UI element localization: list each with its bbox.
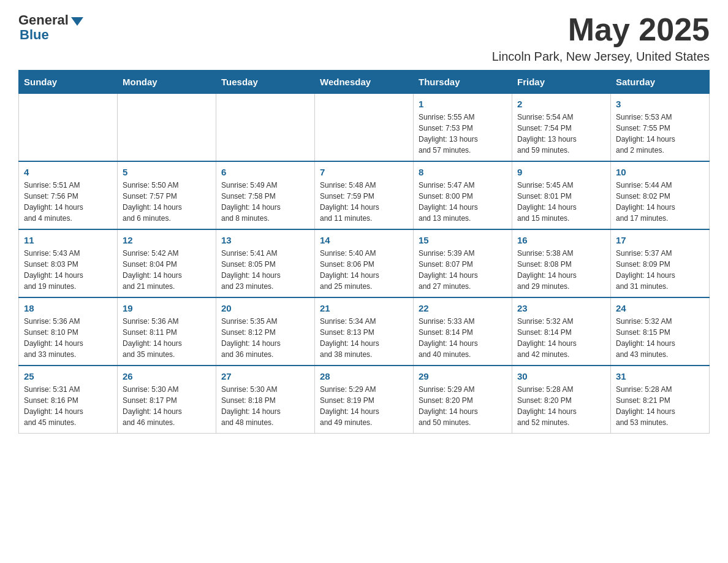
day-number: 27 [221, 371, 309, 381]
calendar-cell: 22Sunrise: 5:33 AM Sunset: 8:14 PM Dayli… [414, 297, 512, 366]
calendar-week-row: 4Sunrise: 5:51 AM Sunset: 7:56 PM Daylig… [19, 161, 710, 229]
day-number: 7 [320, 167, 408, 177]
day-info: Sunrise: 5:45 AM Sunset: 8:01 PM Dayligh… [517, 180, 605, 224]
day-info: Sunrise: 5:34 AM Sunset: 8:13 PM Dayligh… [320, 316, 408, 360]
day-number: 23 [517, 303, 605, 313]
day-number: 4 [24, 167, 112, 177]
day-number: 14 [320, 235, 408, 245]
day-number: 18 [24, 303, 112, 313]
day-info: Sunrise: 5:29 AM Sunset: 8:19 PM Dayligh… [320, 384, 408, 428]
day-info: Sunrise: 5:39 AM Sunset: 8:07 PM Dayligh… [419, 248, 507, 292]
calendar-week-row: 18Sunrise: 5:36 AM Sunset: 8:10 PM Dayli… [19, 297, 710, 366]
day-number: 26 [123, 371, 211, 381]
calendar-header-wednesday: Wednesday [315, 71, 414, 94]
day-info: Sunrise: 5:33 AM Sunset: 8:14 PM Dayligh… [419, 316, 507, 360]
logo-arrow-icon [71, 17, 83, 26]
day-info: Sunrise: 5:48 AM Sunset: 7:59 PM Dayligh… [320, 180, 408, 224]
calendar-cell: 11Sunrise: 5:43 AM Sunset: 8:03 PM Dayli… [19, 229, 118, 297]
day-info: Sunrise: 5:53 AM Sunset: 7:55 PM Dayligh… [616, 112, 704, 156]
calendar-cell: 19Sunrise: 5:36 AM Sunset: 8:11 PM Dayli… [118, 297, 216, 366]
day-info: Sunrise: 5:28 AM Sunset: 8:21 PM Dayligh… [616, 384, 704, 428]
day-number: 24 [616, 303, 704, 313]
calendar-cell: 5Sunrise: 5:50 AM Sunset: 7:57 PM Daylig… [118, 161, 216, 229]
calendar-cell: 8Sunrise: 5:47 AM Sunset: 8:00 PM Daylig… [414, 161, 512, 229]
calendar-cell: 9Sunrise: 5:45 AM Sunset: 8:01 PM Daylig… [512, 161, 611, 229]
day-number: 19 [123, 303, 211, 313]
calendar-cell: 14Sunrise: 5:40 AM Sunset: 8:06 PM Dayli… [315, 229, 414, 297]
calendar-week-row: 11Sunrise: 5:43 AM Sunset: 8:03 PM Dayli… [19, 229, 710, 297]
day-info: Sunrise: 5:38 AM Sunset: 8:08 PM Dayligh… [517, 248, 605, 292]
day-info: Sunrise: 5:55 AM Sunset: 7:53 PM Dayligh… [419, 112, 507, 156]
day-number: 22 [419, 303, 507, 313]
day-info: Sunrise: 5:51 AM Sunset: 7:56 PM Dayligh… [24, 180, 112, 224]
day-info: Sunrise: 5:36 AM Sunset: 8:11 PM Dayligh… [123, 316, 211, 360]
day-number: 2 [517, 99, 605, 109]
day-info: Sunrise: 5:43 AM Sunset: 8:03 PM Dayligh… [24, 248, 112, 292]
day-info: Sunrise: 5:31 AM Sunset: 8:16 PM Dayligh… [24, 384, 112, 428]
calendar-cell: 21Sunrise: 5:34 AM Sunset: 8:13 PM Dayli… [315, 297, 414, 366]
day-number: 29 [419, 371, 507, 381]
calendar-cell: 13Sunrise: 5:41 AM Sunset: 8:05 PM Dayli… [216, 229, 315, 297]
calendar-cell: 30Sunrise: 5:28 AM Sunset: 8:20 PM Dayli… [512, 366, 611, 434]
calendar-header-thursday: Thursday [414, 71, 512, 94]
day-number: 15 [419, 235, 507, 245]
calendar-cell: 18Sunrise: 5:36 AM Sunset: 8:10 PM Dayli… [19, 297, 118, 366]
calendar-header-tuesday: Tuesday [216, 71, 315, 94]
day-info: Sunrise: 5:40 AM Sunset: 8:06 PM Dayligh… [320, 248, 408, 292]
day-info: Sunrise: 5:30 AM Sunset: 8:17 PM Dayligh… [123, 384, 211, 428]
day-number: 1 [419, 99, 507, 109]
day-number: 3 [616, 99, 704, 109]
day-info: Sunrise: 5:30 AM Sunset: 8:18 PM Dayligh… [221, 384, 309, 428]
day-number: 16 [517, 235, 605, 245]
calendar-header-friday: Friday [512, 71, 611, 94]
calendar-cell: 26Sunrise: 5:30 AM Sunset: 8:17 PM Dayli… [118, 366, 216, 434]
day-number: 30 [517, 371, 605, 381]
calendar-cell [19, 94, 118, 162]
calendar-cell: 27Sunrise: 5:30 AM Sunset: 8:18 PM Dayli… [216, 366, 315, 434]
day-info: Sunrise: 5:44 AM Sunset: 8:02 PM Dayligh… [616, 180, 704, 224]
calendar-cell: 25Sunrise: 5:31 AM Sunset: 8:16 PM Dayli… [19, 366, 118, 434]
day-info: Sunrise: 5:32 AM Sunset: 8:14 PM Dayligh… [517, 316, 605, 360]
calendar-cell: 4Sunrise: 5:51 AM Sunset: 7:56 PM Daylig… [19, 161, 118, 229]
calendar-table: SundayMondayTuesdayWednesdayThursdayFrid… [18, 70, 710, 434]
calendar-header-saturday: Saturday [611, 71, 710, 94]
calendar-cell: 3Sunrise: 5:53 AM Sunset: 7:55 PM Daylig… [611, 94, 710, 162]
calendar-cell: 16Sunrise: 5:38 AM Sunset: 8:08 PM Dayli… [512, 229, 611, 297]
calendar-cell [315, 94, 414, 162]
day-number: 17 [616, 235, 704, 245]
day-info: Sunrise: 5:35 AM Sunset: 8:12 PM Dayligh… [221, 316, 309, 360]
calendar-header-monday: Monday [118, 71, 216, 94]
title-section: May 2025 Lincoln Park, New Jersey, Unite… [492, 12, 710, 64]
calendar-cell: 10Sunrise: 5:44 AM Sunset: 8:02 PM Dayli… [611, 161, 710, 229]
page-header: General Blue May 2025 Lincoln Park, New … [18, 12, 710, 64]
calendar-header-sunday: Sunday [19, 71, 118, 94]
calendar-week-row: 1Sunrise: 5:55 AM Sunset: 7:53 PM Daylig… [19, 94, 710, 162]
logo-general-text: General [18, 12, 69, 28]
day-info: Sunrise: 5:32 AM Sunset: 8:15 PM Dayligh… [616, 316, 704, 360]
day-number: 9 [517, 167, 605, 177]
calendar-cell: 17Sunrise: 5:37 AM Sunset: 8:09 PM Dayli… [611, 229, 710, 297]
day-info: Sunrise: 5:50 AM Sunset: 7:57 PM Dayligh… [123, 180, 211, 224]
day-number: 21 [320, 303, 408, 313]
day-info: Sunrise: 5:36 AM Sunset: 8:10 PM Dayligh… [24, 316, 112, 360]
day-number: 5 [123, 167, 211, 177]
day-number: 28 [320, 371, 408, 381]
day-number: 12 [123, 235, 211, 245]
calendar-cell: 6Sunrise: 5:49 AM Sunset: 7:58 PM Daylig… [216, 161, 315, 229]
day-info: Sunrise: 5:37 AM Sunset: 8:09 PM Dayligh… [616, 248, 704, 292]
calendar-cell: 1Sunrise: 5:55 AM Sunset: 7:53 PM Daylig… [414, 94, 512, 162]
day-number: 11 [24, 235, 112, 245]
day-number: 20 [221, 303, 309, 313]
day-number: 6 [221, 167, 309, 177]
calendar-cell: 23Sunrise: 5:32 AM Sunset: 8:14 PM Dayli… [512, 297, 611, 366]
calendar-cell [118, 94, 216, 162]
day-number: 10 [616, 167, 704, 177]
calendar-cell: 12Sunrise: 5:42 AM Sunset: 8:04 PM Dayli… [118, 229, 216, 297]
calendar-cell: 31Sunrise: 5:28 AM Sunset: 8:21 PM Dayli… [611, 366, 710, 434]
location-title: Lincoln Park, New Jersey, United States [492, 50, 710, 64]
day-info: Sunrise: 5:29 AM Sunset: 8:20 PM Dayligh… [419, 384, 507, 428]
logo-blue-text: Blue [20, 27, 49, 43]
day-info: Sunrise: 5:42 AM Sunset: 8:04 PM Dayligh… [123, 248, 211, 292]
logo: General Blue [18, 12, 83, 43]
day-info: Sunrise: 5:28 AM Sunset: 8:20 PM Dayligh… [517, 384, 605, 428]
